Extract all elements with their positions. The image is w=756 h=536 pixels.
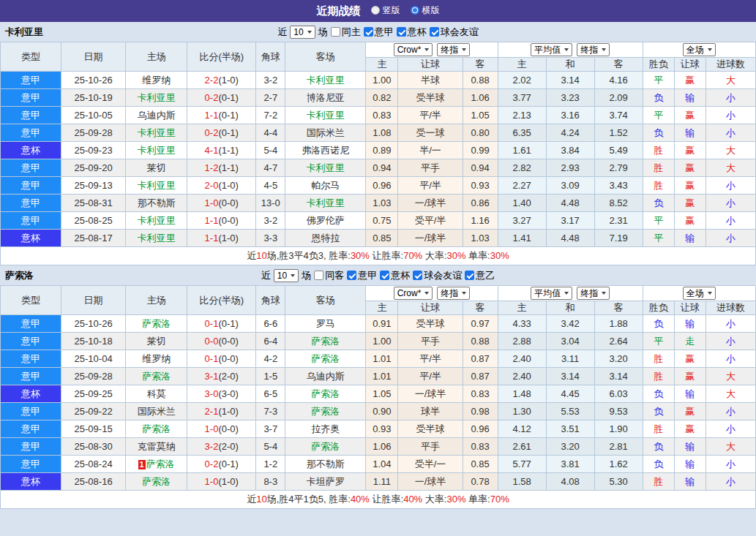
chevron-down-icon [602, 292, 606, 295]
match-row: 意甲25-08-241萨索洛0-2(0-1)1-2那不勒斯1.04受半/一0.8… [1, 456, 756, 473]
avg-away-odds: 4.16 [594, 72, 643, 89]
scope-select[interactable]: 全场 [683, 287, 716, 300]
match-row: 意甲25-10-04维罗纳0-1(0-0)4-2萨索洛1.01平/半0.872.… [1, 350, 756, 368]
result-wdl: 胜 [643, 142, 674, 159]
result-goals: 大 [706, 142, 755, 159]
crow-away-odds: 1.03 [463, 230, 498, 247]
date-cell: 25-09-22 [61, 403, 126, 420]
recent-count-select[interactable]: 10 [274, 269, 299, 282]
halftime-score: (0-0) [218, 353, 238, 364]
halftime-score: (0-0) [218, 336, 238, 347]
result-handicap: 输 [674, 473, 706, 491]
result-goals: 小 [706, 333, 755, 350]
same-venue-checkbox-item[interactable]: 同客 [314, 269, 344, 282]
avg-draw-odds: 4.48 [546, 195, 594, 212]
serie-a-checkbox-item[interactable]: 意甲 [364, 26, 394, 39]
final-index-select[interactable]: 终指 [437, 43, 470, 56]
chevron-down-icon [564, 292, 569, 295]
result-wdl: 胜 [643, 159, 674, 177]
section-controls: 萨索洛近10场同客意甲意杯球会友谊意乙 [0, 265, 756, 285]
avg-home-odds: 3.27 [498, 212, 546, 230]
coppa-italia-checkbox[interactable] [380, 271, 389, 280]
competition-cell: 意甲 [1, 72, 61, 89]
away-team-name: 罗马 [316, 318, 335, 329]
serie-b-checkbox-item[interactable]: 意乙 [465, 269, 495, 282]
away-team-cell: 萨索洛 [285, 333, 366, 350]
scope-select[interactable]: 全场 [683, 43, 716, 56]
vertical-layout-radio[interactable] [371, 6, 380, 15]
crow-home-odds: 1.00 [366, 72, 398, 89]
away-team-name: 帕尔马 [311, 180, 340, 191]
serie-a-checkbox-label: 意甲 [375, 26, 394, 39]
summary-row: 近10场,胜4平1负5, 胜率:40% 让胜率:40% 大率:30% 单率:70… [1, 491, 756, 509]
result-handicap: 赢 [674, 142, 706, 159]
avg-away-odds: 3.74 [594, 107, 643, 124]
serie-a-checkbox-item[interactable]: 意甲 [347, 269, 377, 282]
odds-provider-select[interactable]: Crow* [394, 43, 433, 56]
fulltime-score: 1-0 [205, 476, 219, 487]
match-row: 意杯25-08-16萨索洛1-0(1-0)8-3卡坦萨罗1.11一/球半0.78… [1, 473, 756, 491]
club-friendly-checkbox[interactable] [413, 271, 422, 280]
page: 近期战绩 竖版横版 卡利亚里近10场同主意甲意杯球会友谊类型日期主场比分(半场)… [0, 0, 756, 536]
home-team-cell: 克雷莫纳 [126, 438, 187, 456]
away-team-cell: 卡利亚里 [285, 159, 366, 177]
handicap-line: 受一球 [398, 124, 463, 142]
average-select[interactable]: 平均值 [531, 43, 572, 56]
coppa-italia-checkbox[interactable] [397, 27, 406, 37]
same-venue-checkbox[interactable] [331, 27, 340, 37]
summary-segment: 40% [403, 494, 422, 505]
result-handicap: 输 [674, 89, 706, 107]
competition-cell: 意甲 [1, 315, 61, 333]
serie-b-checkbox[interactable] [465, 271, 474, 280]
col-header-goals: 进球数 [706, 58, 755, 72]
odds-provider-select[interactable]: Crow* [394, 287, 433, 300]
score-cell: 1-1(1-0) [187, 230, 256, 247]
avg-draw-odds: 5.53 [546, 403, 594, 420]
home-team-cell: 卡利亚里 [126, 124, 187, 142]
competition-cell: 意杯 [1, 385, 61, 403]
result-goals: 小 [706, 177, 755, 195]
avg-draw-odds: 3.20 [546, 438, 594, 456]
score-cell: 3-1(2-0) [187, 368, 256, 385]
competition-cell: 意甲 [1, 368, 61, 385]
club-friendly-checkbox-item[interactable]: 球会友谊 [430, 26, 479, 39]
club-friendly-checkbox-item[interactable]: 球会友谊 [413, 269, 462, 282]
date-cell: 25-10-18 [61, 333, 126, 350]
same-venue-checkbox[interactable] [314, 271, 323, 280]
score-cell: 2-1(1-0) [187, 403, 256, 420]
final-index-select-2[interactable]: 终指 [577, 287, 610, 300]
average-select[interactable]: 平均值 [531, 287, 572, 300]
score-cell: 0-2(0-1) [187, 124, 256, 142]
coppa-italia-checkbox-item[interactable]: 意杯 [380, 269, 410, 282]
serie-a-checkbox[interactable] [364, 27, 373, 37]
score-cell: 0-1(0-1) [187, 315, 256, 333]
fulltime-score: 0-1 [205, 353, 219, 364]
final-index-select-2[interactable]: 终指 [577, 43, 610, 56]
corners-cell: 4-7 [256, 159, 285, 177]
crow-home-odds: 1.08 [366, 124, 398, 142]
final-index-select[interactable]: 终指 [437, 287, 470, 300]
recent-count-select[interactable]: 10 [290, 26, 315, 39]
horizontal-layout-radio-item[interactable]: 横版 [411, 4, 440, 17]
score-cell: 1-2(1-1) [187, 159, 256, 177]
handicap-line: 受半球 [398, 420, 463, 438]
crow-away-odds: 0.80 [463, 124, 498, 142]
horizontal-layout-radio[interactable] [411, 6, 419, 15]
match-row: 意甲25-09-15萨索洛1-0(0-0)3-7拉齐奥0.93受半球0.964.… [1, 420, 756, 438]
same-venue-checkbox-item[interactable]: 同主 [331, 26, 361, 39]
avg-draw-odds: 3.14 [546, 72, 594, 89]
serie-a-checkbox[interactable] [347, 271, 356, 280]
avg-away-odds: 2.31 [594, 212, 643, 230]
crow-away-odds: 0.99 [463, 142, 498, 159]
away-team-name: 萨索洛 [311, 406, 340, 417]
vertical-layout-radio-item[interactable]: 竖版 [371, 4, 400, 17]
coppa-italia-checkbox-item[interactable]: 意杯 [397, 26, 427, 39]
club-friendly-checkbox[interactable] [430, 27, 439, 37]
away-team-name: 卡坦萨罗 [307, 476, 345, 487]
score-cell: 2-2(1-0) [187, 72, 256, 89]
score-cell: 1-1(0-0) [187, 212, 256, 230]
handicap-line: 一/球半 [398, 473, 463, 491]
fulltime-score: 0-1 [205, 318, 219, 329]
games-label: 场 [318, 26, 328, 39]
crow-home-odds: 1.05 [366, 385, 398, 403]
